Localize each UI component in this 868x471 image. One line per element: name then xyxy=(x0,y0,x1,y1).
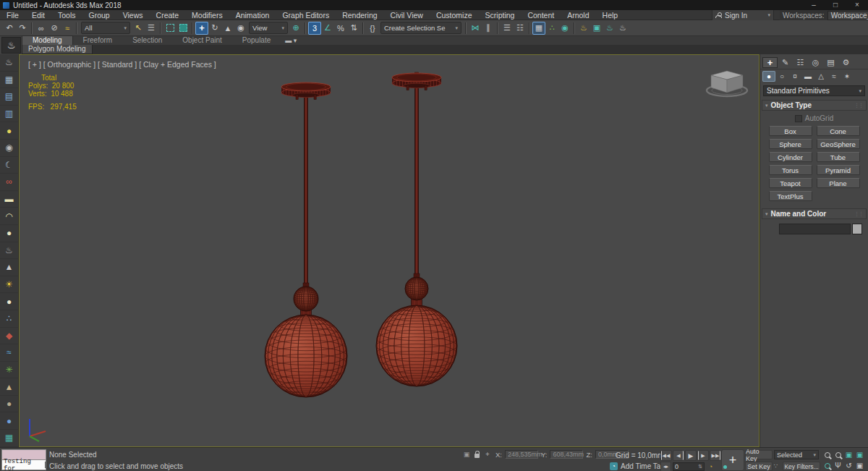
zoom-extents-all-icon[interactable]: ▣ xyxy=(854,449,865,460)
select-scale-icon[interactable]: ▲ xyxy=(221,22,234,35)
menu-arnold[interactable]: Arnold xyxy=(561,10,595,20)
zoom-extents-icon[interactable]: ▣ xyxy=(843,449,854,460)
viewport[interactable]: [ + ] [ Orthographic ] [ Standard ] [ Cl… xyxy=(19,54,760,447)
render-setup-icon[interactable]: ♨ xyxy=(577,22,590,35)
ribbon-tab-modeling[interactable]: Modeling xyxy=(22,35,73,45)
viewcube[interactable] xyxy=(707,71,747,96)
select-by-name-icon[interactable]: ☰ xyxy=(145,22,158,35)
ribbon-teapot-icon[interactable]: ♨ xyxy=(1,37,21,54)
dome-prim-icon[interactable]: ◠ xyxy=(0,208,18,225)
moon-icon[interactable]: ☾ xyxy=(0,157,18,174)
set-key-button[interactable]: Set Key xyxy=(745,462,773,471)
curve-editor-icon[interactable]: ▦ xyxy=(532,22,545,35)
sphere-cream-icon[interactable]: ● xyxy=(0,293,18,310)
schematic-view-icon[interactable]: ∴ xyxy=(545,22,558,35)
select-object-icon[interactable]: ↖ xyxy=(132,22,145,35)
next-frame-button[interactable]: ▶ xyxy=(697,450,709,461)
render-iterative-icon[interactable]: ♨ xyxy=(616,22,629,35)
pendant-lamp-model-1[interactable] xyxy=(265,82,347,397)
teapot-scene-icon[interactable]: ♨ xyxy=(0,54,18,72)
menu-graph-editors[interactable]: Graph Editors xyxy=(276,10,336,20)
primitive-button-sphere[interactable]: Sphere xyxy=(769,139,812,149)
menu-animation[interactable]: Animation xyxy=(229,10,276,20)
angle-snap-icon[interactable]: ∠ xyxy=(321,22,334,35)
list-a-icon[interactable]: ▤ xyxy=(0,88,18,106)
zoom-all-icon[interactable] xyxy=(833,449,843,460)
edit-named-sets-icon[interactable]: {} xyxy=(366,22,379,35)
primitive-button-cylinder[interactable]: Cylinder xyxy=(769,152,812,162)
redo-icon[interactable]: ↷ xyxy=(16,22,29,35)
ribbon-tab-object-paint[interactable]: Object Paint xyxy=(172,36,231,45)
workspace-dropdown[interactable]: Workspace_1 ▾ xyxy=(827,11,868,20)
primitive-button-teapot[interactable]: Teapot xyxy=(769,178,812,188)
primitive-button-textplus[interactable]: TextPlus xyxy=(769,191,812,201)
ribbon-tab-populate[interactable]: Populate xyxy=(232,36,281,45)
menu-civil-view[interactable]: Civil View xyxy=(384,10,430,20)
align-icon[interactable]: ∥ xyxy=(482,22,495,35)
play-button[interactable]: ▶ xyxy=(685,450,697,461)
bind-space-warp-icon[interactable]: ≈ xyxy=(61,22,74,35)
camera-icon[interactable]: ◉ xyxy=(0,140,18,157)
panel-polygon-modeling[interactable]: Polygon Modeling xyxy=(22,45,93,54)
tab-modify[interactable]: ✎ xyxy=(778,57,793,68)
sign-in-dropdown[interactable]: Sign In ▾ xyxy=(712,10,774,20)
teapot-prim-icon[interactable]: ♨ xyxy=(0,242,18,260)
y-field[interactable]: 608,43mm xyxy=(550,450,583,459)
tab-display[interactable]: ▤ xyxy=(823,57,838,68)
tab-utilities[interactable]: ⚙ xyxy=(838,57,854,68)
mirror-icon[interactable]: ⋈ xyxy=(469,22,482,35)
snap-3d-icon[interactable]: 3 xyxy=(308,22,321,35)
viewport-canvas[interactable] xyxy=(20,55,759,446)
zoom-icon[interactable] xyxy=(822,449,833,460)
layer-manager-icon[interactable]: ☰ xyxy=(501,22,514,35)
reference-coordinate-dropdown[interactable]: View xyxy=(249,22,288,34)
selection-lock-icon[interactable] xyxy=(475,454,480,458)
isolate-selection-icon[interactable]: ▣ xyxy=(461,451,472,458)
image-plane-icon[interactable]: ▦ xyxy=(0,430,18,447)
primitive-button-torus[interactable]: Torus xyxy=(769,165,812,175)
scene-explorer-icon[interactable]: ☷ xyxy=(514,22,527,35)
menu-rendering[interactable]: Rendering xyxy=(336,10,383,20)
undo-icon[interactable]: ↶ xyxy=(3,22,16,35)
autogrid-row[interactable]: AutoGrid xyxy=(760,114,868,122)
water-icon[interactable]: ≈ xyxy=(0,344,18,362)
ribbon-tab-selection[interactable]: Selection xyxy=(122,36,172,45)
previous-frame-button[interactable]: ◀ xyxy=(673,450,684,461)
menu-create[interactable]: Create xyxy=(150,10,186,20)
minimize-button[interactable]: – xyxy=(803,0,825,10)
object-name-field[interactable] xyxy=(779,224,851,234)
name-and-color-rollout[interactable]: Name and Color xyxy=(762,208,867,219)
pan-icon[interactable]: Ψ xyxy=(833,460,843,471)
select-move-icon[interactable]: + xyxy=(195,22,208,35)
ribbon-minimize-icon[interactable]: ▬ ▾ xyxy=(285,36,297,45)
transform-gizmo-icon[interactable]: + xyxy=(482,451,493,458)
terrain-icon[interactable]: ▲ xyxy=(0,378,18,396)
category-systems[interactable]: ✶ xyxy=(841,71,854,82)
primitive-button-tube[interactable]: Tube xyxy=(817,152,860,162)
maximize-button[interactable]: □ xyxy=(825,0,846,10)
orbit-icon[interactable]: ↺ xyxy=(843,460,854,471)
menu-content[interactable]: Content xyxy=(521,10,561,20)
window-crossing-icon[interactable] xyxy=(176,22,190,35)
primitive-button-box[interactable]: Box xyxy=(769,126,812,136)
material-editor-icon[interactable]: ◉ xyxy=(558,22,571,35)
menu-help[interactable]: Help xyxy=(596,10,625,20)
add-time-tag[interactable]: ◔ Add Time Tag xyxy=(610,462,665,470)
spheres-compound-icon[interactable]: ◆ xyxy=(0,328,18,345)
maximize-viewport-icon[interactable]: ▣ xyxy=(854,460,865,471)
tab-hierarchy[interactable]: ☷ xyxy=(793,57,808,68)
category-helpers[interactable]: △ xyxy=(814,71,827,82)
primitive-button-pyramid[interactable]: Pyramid xyxy=(817,165,860,175)
viewport-config-icon[interactable]: ▦ xyxy=(0,72,18,89)
current-frame-field[interactable]: 0 xyxy=(673,462,705,471)
sun-icon[interactable]: ☀ xyxy=(0,276,18,294)
select-rotate-icon[interactable]: ↻ xyxy=(208,22,221,35)
category-lights[interactable]: ¤ xyxy=(788,71,801,82)
auto-key-button[interactable]: Auto Key xyxy=(745,450,773,459)
link-icon[interactable]: ∞ xyxy=(35,22,48,35)
foliage-icon[interactable]: ✳ xyxy=(0,362,18,379)
rect-region-icon[interactable] xyxy=(163,22,176,35)
go-to-start-button[interactable]: ◀◀ xyxy=(660,450,672,461)
menu-scripting[interactable]: Scripting xyxy=(479,10,522,20)
rock-icon[interactable]: ● xyxy=(0,396,18,413)
